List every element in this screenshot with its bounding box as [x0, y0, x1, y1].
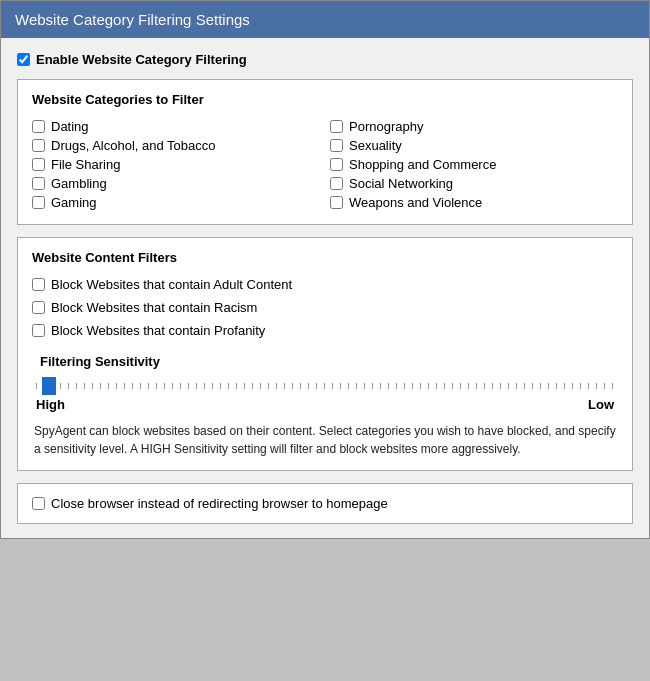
enable-filter-label: Enable Website Category Filtering [36, 52, 247, 67]
adult-checkbox[interactable] [32, 278, 45, 291]
enable-filter-checkbox[interactable] [17, 53, 30, 66]
dating-label: Dating [51, 119, 89, 134]
pornography-checkbox[interactable] [330, 120, 343, 133]
sensitivity-title: Filtering Sensitivity [32, 354, 618, 369]
list-item: Drugs, Alcohol, and Tobacco [32, 136, 320, 155]
categories-grid: Dating Drugs, Alcohol, and Tobacco File … [32, 117, 618, 212]
list-item: Gambling [32, 174, 320, 193]
sensitivity-description: SpyAgent can block websites based on the… [32, 422, 618, 458]
sensitivity-section: Filtering Sensitivity High Low SpyAgent … [32, 354, 618, 458]
list-item: Block Websites that contain Adult Conten… [32, 275, 618, 294]
slider-dots [36, 383, 614, 389]
profanity-label: Block Websites that contain Profanity [51, 323, 265, 338]
window-title: Website Category Filtering Settings [15, 11, 250, 28]
window-body: Enable Website Category Filtering Websit… [1, 38, 649, 538]
high-label: High [36, 397, 65, 412]
slider-thumb[interactable] [42, 377, 56, 395]
close-browser-row: Close browser instead of redirecting bro… [32, 494, 618, 513]
categories-section: Website Categories to Filter Dating Drug… [17, 79, 633, 225]
list-item: Shopping and Commerce [330, 155, 618, 174]
file-sharing-checkbox[interactable] [32, 158, 45, 171]
close-browser-checkbox[interactable] [32, 497, 45, 510]
shopping-label: Shopping and Commerce [349, 157, 496, 172]
slider-track [36, 377, 614, 395]
drugs-label: Drugs, Alcohol, and Tobacco [51, 138, 216, 153]
sexuality-checkbox[interactable] [330, 139, 343, 152]
list-item: Block Websites that contain Profanity [32, 321, 618, 340]
gaming-label: Gaming [51, 195, 97, 210]
racism-label: Block Websites that contain Racism [51, 300, 257, 315]
profanity-checkbox[interactable] [32, 324, 45, 337]
right-categories: Pornography Sexuality Shopping and Comme… [330, 117, 618, 212]
bottom-section: Close browser instead of redirecting bro… [17, 483, 633, 524]
adult-label: Block Websites that contain Adult Conten… [51, 277, 292, 292]
dating-checkbox[interactable] [32, 120, 45, 133]
close-browser-label: Close browser instead of redirecting bro… [51, 496, 388, 511]
gambling-checkbox[interactable] [32, 177, 45, 190]
left-categories: Dating Drugs, Alcohol, and Tobacco File … [32, 117, 320, 212]
filter-check-list: Block Websites that contain Adult Conten… [32, 275, 618, 340]
title-bar: Website Category Filtering Settings [1, 1, 649, 38]
list-item: File Sharing [32, 155, 320, 174]
list-item: Block Websites that contain Racism [32, 298, 618, 317]
enable-filter-row: Enable Website Category Filtering [17, 52, 633, 67]
racism-checkbox[interactable] [32, 301, 45, 314]
low-label: Low [588, 397, 614, 412]
pornography-label: Pornography [349, 119, 423, 134]
slider-labels: High Low [36, 397, 614, 412]
gambling-label: Gambling [51, 176, 107, 191]
weapons-label: Weapons and Violence [349, 195, 482, 210]
sexuality-label: Sexuality [349, 138, 402, 153]
list-item: Weapons and Violence [330, 193, 618, 212]
content-filters-title: Website Content Filters [32, 250, 618, 265]
list-item: Gaming [32, 193, 320, 212]
main-window: Website Category Filtering Settings Enab… [0, 0, 650, 539]
file-sharing-label: File Sharing [51, 157, 120, 172]
slider-container: High Low [32, 377, 618, 412]
social-checkbox[interactable] [330, 177, 343, 190]
drugs-checkbox[interactable] [32, 139, 45, 152]
list-item: Sexuality [330, 136, 618, 155]
social-label: Social Networking [349, 176, 453, 191]
list-item: Dating [32, 117, 320, 136]
gaming-checkbox[interactable] [32, 196, 45, 209]
list-item: Pornography [330, 117, 618, 136]
categories-title: Website Categories to Filter [32, 92, 618, 107]
list-item: Social Networking [330, 174, 618, 193]
shopping-checkbox[interactable] [330, 158, 343, 171]
weapons-checkbox[interactable] [330, 196, 343, 209]
content-filters-section: Website Content Filters Block Websites t… [17, 237, 633, 471]
